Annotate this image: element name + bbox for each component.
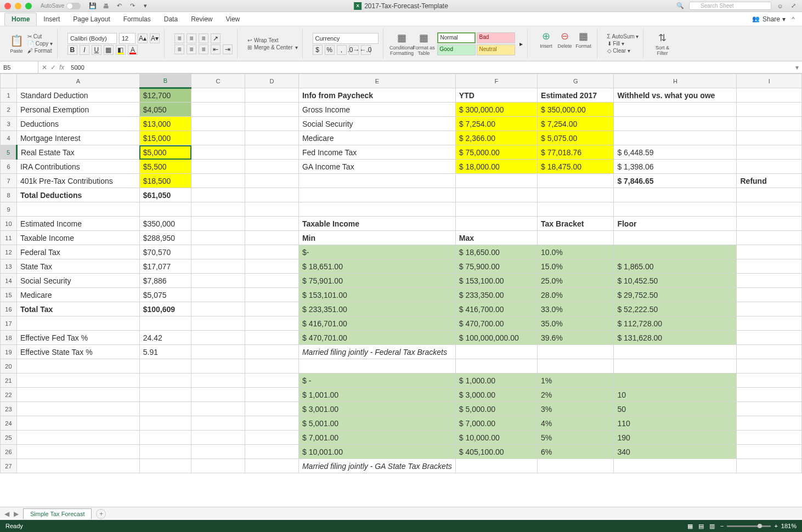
cell-I3[interactable]: [737, 117, 802, 131]
cell-D2[interactable]: [245, 103, 299, 117]
cell-A18[interactable]: Effective Fed Tax %: [16, 331, 139, 345]
cell-C3[interactable]: [191, 117, 245, 131]
cell-F11[interactable]: Max: [455, 231, 537, 245]
cell-D21[interactable]: [245, 373, 299, 388]
cell-D14[interactable]: [245, 274, 299, 288]
autosum-button[interactable]: Σ AutoSum ▾: [607, 33, 639, 39]
cell-A22[interactable]: [16, 388, 139, 402]
cell-H16[interactable]: $ 52,222.50: [614, 302, 737, 316]
cell-G9[interactable]: [538, 202, 614, 217]
cell-I12[interactable]: [737, 245, 802, 259]
cell-C21[interactable]: [191, 373, 245, 388]
cell-G6[interactable]: $ 18,475.00: [538, 160, 614, 174]
cell-A12[interactable]: Federal Tax: [16, 245, 139, 259]
bold-button[interactable]: B: [67, 45, 77, 55]
cell-I2[interactable]: [737, 103, 802, 117]
wrap-text-button[interactable]: ↩ Wrap Text: [247, 37, 298, 43]
cell-E14[interactable]: $ 75,901.00: [298, 274, 455, 288]
cell-B21[interactable]: [139, 373, 191, 388]
cell-G18[interactable]: 39.6%: [538, 331, 614, 345]
row-header[interactable]: 14: [1, 274, 17, 288]
cell-F23[interactable]: $ 5,000.00: [455, 402, 537, 416]
row-header[interactable]: 22: [1, 388, 17, 402]
cell-I27[interactable]: [737, 459, 802, 473]
percent-icon[interactable]: %: [325, 45, 335, 55]
cell-D27[interactable]: [245, 459, 299, 473]
col-header-C[interactable]: C: [191, 74, 245, 88]
cell-H12[interactable]: [614, 245, 737, 259]
cell-A11[interactable]: Taxable Income: [16, 231, 139, 245]
clear-button[interactable]: ◇ Clear ▾: [607, 48, 639, 54]
cell-H23[interactable]: 50: [614, 402, 737, 416]
merge-center-button[interactable]: ⊞ Merge & Center ▾: [247, 44, 298, 50]
row-header[interactable]: 21: [1, 373, 17, 388]
cell-G12[interactable]: 10.0%: [538, 245, 614, 259]
cell-D8[interactable]: [245, 188, 299, 202]
cell-B14[interactable]: $7,886: [139, 274, 191, 288]
col-header-B[interactable]: B: [139, 74, 191, 88]
paste-button[interactable]: 📋 Paste: [8, 33, 25, 55]
cell-B13[interactable]: $17,077: [139, 259, 191, 274]
cell-E8[interactable]: [298, 188, 455, 202]
outdent-icon[interactable]: ⇤: [211, 44, 221, 54]
cell-B27[interactable]: [139, 459, 191, 473]
cell-G15[interactable]: 28.0%: [538, 288, 614, 302]
row-header[interactable]: 7: [1, 174, 17, 188]
cell-D3[interactable]: [245, 117, 299, 131]
row-header[interactable]: 25: [1, 431, 17, 445]
cell-C18[interactable]: [191, 331, 245, 345]
cell-C12[interactable]: [191, 245, 245, 259]
cell-A17[interactable]: [16, 316, 139, 331]
cell-G3[interactable]: $ 7,254.00: [538, 117, 614, 131]
cell-E26[interactable]: $ 10,001.00: [298, 445, 455, 459]
cell-I19[interactable]: [737, 345, 802, 359]
search-sheet-input[interactable]: Search Sheet: [689, 2, 771, 10]
row-header[interactable]: 10: [1, 217, 17, 231]
cell-F21[interactable]: $ 1,000.00: [455, 373, 537, 388]
col-header-E[interactable]: E: [298, 74, 455, 88]
cell-H8[interactable]: [614, 188, 737, 202]
collapse-ribbon-icon[interactable]: ^: [789, 15, 798, 24]
col-header-H[interactable]: H: [614, 74, 737, 88]
cell-E15[interactable]: $ 153,101.00: [298, 288, 455, 302]
row-header[interactable]: 12: [1, 245, 17, 259]
cell-D12[interactable]: [245, 245, 299, 259]
select-all-corner[interactable]: [1, 74, 17, 88]
cell-B16[interactable]: $100,609: [139, 302, 191, 316]
row-header[interactable]: 16: [1, 302, 17, 316]
cell-D4[interactable]: [245, 131, 299, 145]
cell-G7[interactable]: [538, 174, 614, 188]
cell-F16[interactable]: $ 416,700.00: [455, 302, 537, 316]
cell-C26[interactable]: [191, 445, 245, 459]
cell-C10[interactable]: [191, 217, 245, 231]
cell-H6[interactable]: $ 1,398.06: [614, 160, 737, 174]
save-icon[interactable]: 💾: [88, 2, 97, 10]
cell-D22[interactable]: [245, 388, 299, 402]
cell-G1[interactable]: Estimated 2017: [538, 88, 614, 103]
cell-B12[interactable]: $70,570: [139, 245, 191, 259]
style-bad[interactable]: Bad: [477, 32, 515, 43]
cell-F17[interactable]: $ 470,700.00: [455, 316, 537, 331]
conditional-formatting-button[interactable]: ▦Conditional Formatting: [393, 33, 411, 55]
row-header[interactable]: 15: [1, 288, 17, 302]
cell-A24[interactable]: [16, 416, 139, 431]
cell-D9[interactable]: [245, 202, 299, 217]
tab-data[interactable]: Data: [157, 13, 184, 25]
underline-button[interactable]: U: [92, 45, 101, 55]
cell-I25[interactable]: [737, 431, 802, 445]
cell-E10[interactable]: Taxable Income: [298, 217, 455, 231]
cell-A25[interactable]: [16, 431, 139, 445]
cell-A3[interactable]: Deductions: [16, 117, 139, 131]
cell-H22[interactable]: 10: [614, 388, 737, 402]
cell-C9[interactable]: [191, 202, 245, 217]
cell-G10[interactable]: Tax Bracket: [538, 217, 614, 231]
format-as-table-button[interactable]: ▦Format as Table: [415, 33, 433, 55]
cell-F15[interactable]: $ 233,350.00: [455, 288, 537, 302]
cell-C13[interactable]: [191, 259, 245, 274]
cell-B3[interactable]: $13,000: [139, 117, 191, 131]
cell-C4[interactable]: [191, 131, 245, 145]
cell-E6[interactable]: GA Income Tax: [298, 160, 455, 174]
cell-A8[interactable]: Total Deductions: [16, 188, 139, 202]
style-good[interactable]: Good: [437, 44, 476, 55]
row-header[interactable]: 9: [1, 202, 17, 217]
